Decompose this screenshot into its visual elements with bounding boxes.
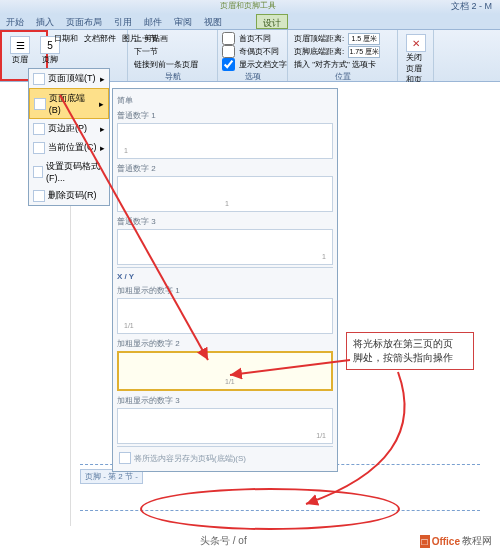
menu-top[interactable]: 页面顶端(T)▸ (29, 69, 109, 88)
next-section-button[interactable]: 下一节 (132, 45, 160, 58)
gallery-item-1[interactable]: 1 (117, 123, 333, 159)
tab-view[interactable]: 视图 (198, 14, 228, 29)
watermark-brand: □ Office教程网 (420, 534, 492, 548)
gallery-item-5-label: 加粗显示的数字 2 (117, 336, 333, 351)
ribbon-tabs: 开始 插入 页面布局 引用 邮件 审阅 视图 设计 (0, 14, 500, 30)
tab-review[interactable]: 审阅 (168, 14, 198, 29)
tab-references[interactable]: 引用 (108, 14, 138, 29)
gallery-item-1-label: 普通数字 1 (117, 108, 333, 123)
gallery-item-2-label: 普通数字 2 (117, 161, 333, 176)
doc-icon (33, 73, 45, 85)
gallery-section-simple: 简单 (117, 93, 333, 108)
gallery-item-6[interactable]: 1/1 (117, 408, 333, 444)
page-number-menu: 页面顶端(T)▸ 页面底端(B)▸ 页边距(P)▸ 当前位置(C)▸ 设置页码格… (28, 68, 110, 206)
show-doc-check[interactable] (222, 58, 235, 71)
prev-section-button[interactable]: 上一节 (132, 32, 160, 45)
menu-format[interactable]: 设置页码格式(F)... (29, 157, 109, 186)
first-page-label: 首页不同 (237, 32, 273, 45)
tab-mail[interactable]: 邮件 (138, 14, 168, 29)
watermark-head: 头条号 / of (200, 534, 247, 548)
odd-even-label: 奇偶页不同 (237, 45, 281, 58)
page-number-gallery: 简单 普通数字 1 1 普通数字 2 1 普通数字 3 1 X / Y 加粗显示… (112, 88, 338, 472)
header-dist-label: 页眉顶端距离: (292, 32, 346, 45)
highlight-circle (140, 488, 400, 530)
annotation-box: 将光标放在第三页的页 脚处，按箭头指向操作 (346, 332, 474, 370)
link-previous-button[interactable]: 链接到前一条页眉 (132, 58, 200, 71)
gallery-item-4-label: 加粗显示的数字 1 (117, 283, 333, 298)
odd-even-check[interactable] (222, 45, 235, 58)
contextual-tab-title: 页眉和页脚工具 (220, 0, 276, 11)
gallery-item-6-label: 加粗显示的数字 3 (117, 393, 333, 408)
menu-remove[interactable]: 删除页码(R) (29, 186, 109, 205)
gallery-save-selection[interactable]: 将所选内容另存为页码(底端)(S) (117, 449, 333, 467)
doc-icon (34, 98, 46, 110)
menu-bottom[interactable]: 页面底端(B)▸ (29, 88, 109, 119)
gallery-item-5[interactable]: 1/1 (117, 351, 333, 391)
group-position-label: 位置 (292, 71, 393, 82)
tab-insert[interactable]: 插入 (30, 14, 60, 29)
tab-layout[interactable]: 页面布局 (60, 14, 108, 29)
delete-icon (33, 190, 45, 202)
footer-dist-label: 页脚底端距离: (292, 45, 346, 58)
tab-design[interactable]: 设计 (256, 14, 288, 29)
office-icon: □ (420, 535, 430, 548)
date-button[interactable]: 日期和 (52, 32, 80, 45)
document-title: 文档 2 - M (451, 0, 492, 13)
doc-icon (33, 123, 45, 135)
hash-icon (33, 142, 45, 154)
header-dist-spinner[interactable]: 1.5 厘米 (348, 33, 380, 45)
menu-current[interactable]: 当前位置(C)▸ (29, 138, 109, 157)
gallery-item-3-label: 普通数字 3 (117, 214, 333, 229)
save-icon (119, 452, 131, 464)
gallery-section-xy: X / Y (117, 270, 333, 283)
gallery-item-4[interactable]: 1/1 (117, 298, 333, 334)
gallery-item-3[interactable]: 1 (117, 229, 333, 265)
group-nav-label: 导航 (132, 71, 213, 82)
show-doc-label: 显示文档文字 (237, 58, 289, 71)
menu-margin[interactable]: 页边距(P)▸ (29, 119, 109, 138)
tab-home[interactable]: 开始 (0, 14, 30, 29)
gallery-item-2[interactable]: 1 (117, 176, 333, 212)
first-page-check[interactable] (222, 32, 235, 45)
footer-dist-spinner[interactable]: 1.75 厘米 (348, 46, 380, 58)
group-options-label: 选项 (222, 71, 283, 82)
align-tab-button[interactable]: 插入 "对齐方式" 选项卡 (292, 58, 378, 71)
parts-button[interactable]: 文档部件 (82, 32, 118, 45)
header-button[interactable]: ☰页眉 (6, 34, 34, 67)
format-icon (33, 166, 43, 178)
